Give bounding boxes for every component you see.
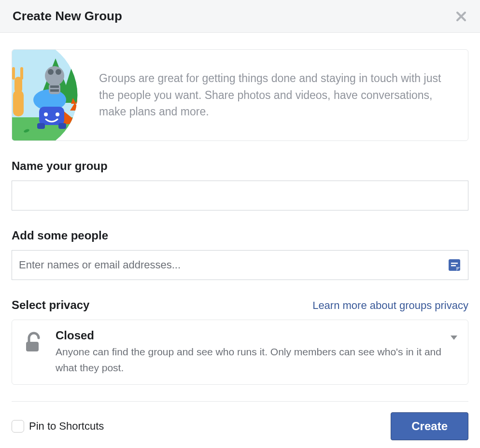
svg-rect-17: [50, 85, 59, 88]
svg-point-25: [71, 131, 77, 137]
add-people-field-wrap: [12, 250, 468, 280]
privacy-content: Closed Anyone can find the group and see…: [56, 329, 444, 376]
dialog-header: Create New Group: [0, 0, 480, 33]
svg-rect-4: [13, 90, 24, 116]
add-people-label: Add some people: [12, 229, 468, 242]
svg-point-21: [56, 112, 59, 116]
note-icon[interactable]: [447, 258, 462, 272]
chevron-down-icon: [451, 334, 457, 342]
svg-rect-22: [37, 123, 45, 129]
svg-rect-16: [49, 84, 60, 94]
privacy-selector[interactable]: Closed Anyone can find the group and see…: [12, 320, 468, 385]
svg-point-14: [48, 69, 54, 75]
svg-rect-6: [12, 67, 15, 80]
svg-point-15: [56, 69, 61, 75]
svg-point-13: [45, 66, 64, 85]
select-privacy-label: Select privacy: [12, 298, 89, 312]
pin-shortcuts-toggle[interactable]: Pin to Shortcuts: [12, 420, 104, 433]
svg-point-20: [44, 112, 48, 116]
dialog-title: Create New Group: [13, 9, 122, 24]
intro-illustration: [12, 50, 79, 140]
create-group-dialog: Create New Group: [0, 0, 480, 448]
footer-row: Pin to Shortcuts Create: [12, 412, 468, 440]
privacy-option-title: Closed: [56, 329, 444, 342]
learn-more-privacy-link[interactable]: Learn more about groups privacy: [312, 299, 468, 312]
svg-rect-27: [451, 263, 458, 264]
svg-rect-18: [50, 89, 59, 92]
intro-text: Groups are great for getting things done…: [79, 59, 468, 131]
close-icon: [456, 11, 466, 22]
svg-marker-30: [451, 336, 457, 340]
svg-rect-28: [451, 265, 456, 266]
privacy-option-description: Anyone can find the group and see who ru…: [56, 344, 444, 376]
add-people-input[interactable]: [12, 250, 468, 280]
intro-card: Groups are great for getting things done…: [12, 49, 468, 141]
svg-rect-23: [58, 123, 66, 129]
privacy-row: Select privacy Learn more about groups p…: [12, 298, 468, 312]
footer-divider: [12, 401, 468, 402]
name-group-label: Name your group: [12, 159, 468, 173]
lock-open-icon: [21, 330, 47, 356]
close-button[interactable]: [454, 9, 468, 24]
svg-rect-29: [26, 342, 39, 351]
create-button[interactable]: Create: [391, 412, 468, 440]
group-name-input[interactable]: [12, 181, 468, 210]
pin-shortcuts-label: Pin to Shortcuts: [29, 420, 104, 433]
pin-shortcuts-checkbox[interactable]: [12, 420, 24, 433]
dialog-body: Groups are great for getting things done…: [0, 49, 480, 448]
svg-rect-7: [20, 67, 23, 80]
